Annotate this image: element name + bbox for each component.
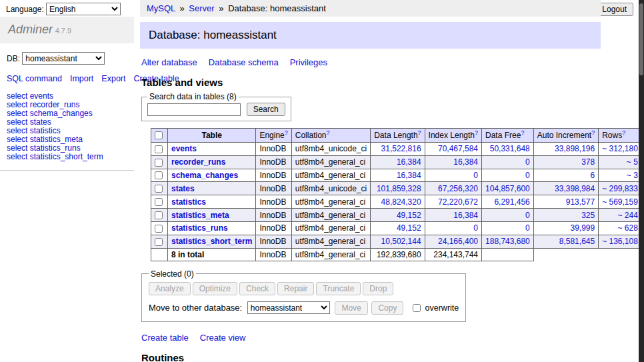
table-name-link[interactable]: statistics_runs xyxy=(171,223,228,233)
data-length-cell: 48,824,320 xyxy=(371,195,425,209)
sidebar-command-link[interactable]: SQL command xyxy=(7,74,62,83)
create-link[interactable]: Create view xyxy=(200,333,246,343)
data-length-link[interactable]: 16,384 xyxy=(397,157,421,167)
sidebar-table-link[interactable]: select recorder_runs xyxy=(7,101,127,109)
overwrite-checkbox[interactable] xyxy=(413,304,421,312)
table-name-link[interactable]: statistics_short_term xyxy=(171,237,252,246)
table-name-link[interactable]: schema_changes xyxy=(171,171,238,180)
help-icon[interactable]: ? xyxy=(475,129,478,136)
auto-increment-link[interactable]: 378 xyxy=(581,157,595,167)
help-icon[interactable]: ? xyxy=(591,129,595,136)
table-name-cell: events xyxy=(168,143,256,156)
auto-increment-link[interactable]: 39,999 xyxy=(570,223,595,233)
help-icon[interactable]: ? xyxy=(622,129,625,136)
data-free-link[interactable]: 0 xyxy=(525,157,530,167)
table-name-link[interactable]: statistics xyxy=(171,197,206,207)
table-name-link[interactable]: states xyxy=(171,184,195,193)
data-free-link[interactable]: 6,291,456 xyxy=(494,197,529,207)
row-checkbox[interactable] xyxy=(155,171,163,179)
db-action-link[interactable]: Database schema xyxy=(209,57,279,67)
analyze-button[interactable]: Analyze xyxy=(149,282,191,295)
create-link[interactable]: Create table xyxy=(141,333,189,343)
language-select[interactable]: English xyxy=(46,3,121,15)
index-length-link[interactable]: 67,256,320 xyxy=(438,184,478,193)
rows-count-link[interactable]: ~ 569,159 xyxy=(602,197,638,207)
rows-count-link[interactable]: ~ 136,108 xyxy=(602,237,638,246)
table-name-link[interactable]: events xyxy=(171,144,197,153)
index-length-link[interactable]: 16,384 xyxy=(453,211,478,220)
index-length-link[interactable]: 24,166,400 xyxy=(438,237,478,246)
row-checkbox[interactable] xyxy=(155,185,163,193)
breadcrumb-mysql-link[interactable]: MySQL xyxy=(147,3,175,13)
row-checkbox[interactable] xyxy=(155,145,163,153)
rows-count-link[interactable]: ~ 312,180 xyxy=(602,144,638,153)
index-length-link[interactable]: 0 xyxy=(473,223,478,233)
auto-increment-link[interactable]: 33,898,196 xyxy=(555,144,595,153)
data-length-link[interactable]: 48,824,320 xyxy=(381,197,421,207)
sidebar-table-link[interactable]: select statistics_short_term xyxy=(7,153,127,161)
sidebar-table-link[interactable]: select statistics_meta xyxy=(7,135,127,144)
index-length-link[interactable]: 0 xyxy=(473,171,478,180)
rows-count-link[interactable]: ~ 3 xyxy=(627,171,638,180)
scrollbar-thumb[interactable] xyxy=(639,3,643,75)
row-checkbox[interactable] xyxy=(155,225,163,233)
breadcrumb-server-link[interactable]: Server xyxy=(189,3,214,13)
data-free-link[interactable]: 0 xyxy=(525,211,530,220)
move-db-select[interactable]: homeassistant xyxy=(247,301,330,314)
row-checkbox[interactable] xyxy=(155,211,163,219)
rows-count-link[interactable]: ~ 299,833 xyxy=(602,184,638,193)
sidebar-table-link[interactable]: select schema_changes xyxy=(7,109,127,118)
data-length-link[interactable]: 31,522,816 xyxy=(381,144,421,153)
db-select[interactable]: homeassistant xyxy=(22,52,105,65)
row-checkbox[interactable] xyxy=(155,198,163,206)
drop-button[interactable]: Drop xyxy=(363,282,393,295)
data-free-link[interactable]: 188,743,680 xyxy=(485,237,530,246)
data-length-link[interactable]: 101,859,328 xyxy=(377,184,421,193)
help-icon[interactable]: ? xyxy=(521,129,524,136)
optimize-button[interactable]: Optimize xyxy=(193,282,237,295)
scrollbar[interactable] xyxy=(639,0,644,362)
data-length-link[interactable]: 49,152 xyxy=(397,223,421,233)
row-checkbox[interactable] xyxy=(155,238,163,246)
sidebar-table-link[interactable]: select events xyxy=(7,92,127,101)
data-free-link[interactable]: 0 xyxy=(525,223,530,233)
help-icon[interactable]: ? xyxy=(418,129,421,136)
rows-count-link[interactable]: ~ 244 xyxy=(618,211,638,220)
db-action-link[interactable]: Alter database xyxy=(141,57,197,67)
rows-count-link[interactable]: ~ 5 xyxy=(627,157,638,167)
check-button[interactable]: Check xyxy=(239,282,275,295)
index-length-link[interactable]: 72,220,672 xyxy=(438,197,478,207)
data-free-link[interactable]: 0 xyxy=(525,171,530,180)
table-name-link[interactable]: statistics_meta xyxy=(171,211,229,220)
truncate-button[interactable]: Truncate xyxy=(316,282,361,295)
data-length-link[interactable]: 16,384 xyxy=(397,171,421,180)
rows-count-link[interactable]: ~ 628 xyxy=(618,223,638,233)
index-length-link[interactable]: 70,467,584 xyxy=(438,144,478,153)
sidebar-command-link[interactable]: Import xyxy=(70,74,93,83)
auto-increment-link[interactable]: 325 xyxy=(581,211,595,220)
help-icon[interactable]: ? xyxy=(285,129,288,136)
move-button[interactable]: Move xyxy=(335,301,367,315)
auto-increment-link[interactable]: 33,398,984 xyxy=(555,184,595,193)
repair-button[interactable]: Repair xyxy=(277,282,314,295)
auto-increment-link[interactable]: 913,577 xyxy=(566,197,595,207)
auto-increment-link[interactable]: 6 xyxy=(590,171,595,180)
auto-increment-link[interactable]: 8,581,645 xyxy=(559,237,595,246)
index-length-link[interactable]: 16,384 xyxy=(453,157,478,167)
help-icon[interactable]: ? xyxy=(326,129,329,136)
data-free-link[interactable]: 104,857,600 xyxy=(485,184,530,193)
search-input[interactable] xyxy=(147,103,241,116)
sidebar-command-link[interactable]: Export xyxy=(101,74,125,83)
copy-button[interactable]: Copy xyxy=(371,301,403,315)
select-all-checkbox[interactable] xyxy=(155,131,163,139)
sidebar-table-link[interactable]: select statistics_runs xyxy=(7,144,127,153)
table-name-link[interactable]: recorder_runs xyxy=(171,157,225,167)
data-free-link[interactable]: 50,331,648 xyxy=(490,144,530,153)
row-checkbox[interactable] xyxy=(155,159,163,167)
db-action-link[interactable]: Privileges xyxy=(290,57,327,67)
data-length-link[interactable]: 10,502,144 xyxy=(381,237,421,246)
data-length-link[interactable]: 49,152 xyxy=(397,211,421,220)
sidebar-table-link[interactable]: select statistics xyxy=(7,127,127,135)
search-button[interactable]: Search xyxy=(247,103,285,116)
sidebar-table-link[interactable]: select states xyxy=(7,118,127,127)
